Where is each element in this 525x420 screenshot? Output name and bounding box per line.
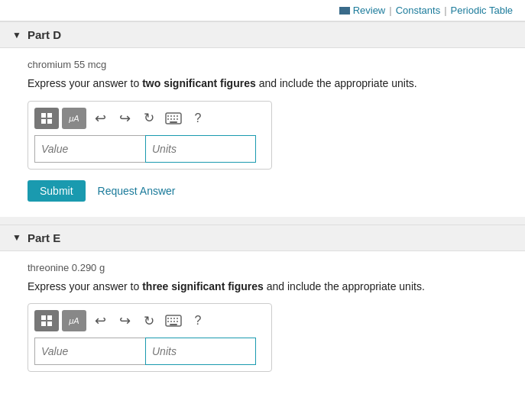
svg-rect-2 (41, 119, 46, 124)
part-d-action-row: Submit Request Answer (28, 180, 510, 202)
svg-rect-1 (47, 113, 52, 118)
part-d-arrow-icon: ▼ (12, 30, 21, 40)
keyboard-button-d[interactable] (163, 108, 184, 129)
part-d-units-input[interactable] (145, 135, 256, 163)
part-e-units-input[interactable] (145, 338, 256, 365)
reset-button-e[interactable]: ↻ (138, 310, 160, 331)
redo-button-d[interactable]: ↪ (114, 108, 135, 129)
part-d-header[interactable]: ▼ Part D (0, 21, 525, 48)
svg-rect-3 (47, 119, 52, 124)
part-d-input-row (34, 135, 265, 163)
help-button-d[interactable]: ? (187, 108, 209, 129)
part-d-label: Part D (28, 28, 61, 41)
svg-rect-16 (41, 321, 46, 326)
part-d-toolbar: μA ↩ ↪ ↻ ? (34, 108, 265, 129)
part-e-instruction-bold: three significant figures (142, 280, 264, 292)
part-e-substance: threonine 0.290 g (28, 262, 510, 273)
section-divider (0, 217, 525, 225)
request-answer-link[interactable]: Request Answer (98, 185, 176, 197)
svg-rect-14 (41, 315, 46, 320)
part-e-body: threonine 0.290 g Express your answer to… (0, 251, 525, 388)
top-bar: Review | Constants | Periodic Table (0, 0, 525, 21)
undo-button-e[interactable]: ↩ (89, 310, 111, 331)
sep2: | (444, 5, 446, 16)
svg-rect-15 (47, 315, 52, 320)
part-e-toolbar: μA ↩ ↪ ↻ ? (34, 310, 265, 331)
part-e-label: Part E (28, 231, 60, 244)
mu-button-d[interactable]: μA (62, 108, 86, 129)
keyboard-button-e[interactable] (163, 310, 184, 331)
svg-rect-0 (41, 113, 46, 118)
help-button-e[interactable]: ? (187, 310, 209, 331)
part-d-instruction: Express your answer to two significant f… (28, 76, 510, 92)
review-icon (339, 7, 350, 15)
part-d-substance: chromium 55 mcg (28, 59, 510, 70)
periodic-table-link[interactable]: Periodic Table (451, 5, 513, 16)
grid-button-e[interactable] (34, 310, 59, 331)
part-d-instruction-bold: two significant figures (142, 77, 256, 89)
part-d-body: chromium 55 mcg Express your answer to t… (0, 48, 525, 217)
reset-button-d[interactable]: ↻ (138, 108, 160, 129)
part-e-arrow-icon: ▼ (12, 232, 21, 243)
undo-button-d[interactable]: ↩ (89, 108, 111, 129)
sep1: | (389, 5, 391, 16)
part-e-header[interactable]: ▼ Part E (0, 225, 525, 251)
grid-button-d[interactable] (34, 108, 59, 129)
mu-button-e[interactable]: μA (62, 310, 86, 331)
part-e-value-input[interactable] (34, 338, 145, 365)
part-d-value-input[interactable] (34, 135, 145, 163)
part-e-input-row (34, 338, 265, 365)
redo-button-e[interactable]: ↪ (114, 310, 135, 331)
part-d-answer-box: μA ↩ ↪ ↻ ? (28, 101, 272, 170)
submit-button[interactable]: Submit (28, 180, 86, 202)
part-e-answer-box: μA ↩ ↪ ↻ ? (28, 303, 272, 372)
constants-link[interactable]: Constants (396, 5, 441, 16)
svg-rect-17 (47, 321, 52, 326)
review-link[interactable]: Review (353, 5, 386, 16)
part-e-instruction: Express your answer to three significant… (28, 279, 510, 295)
